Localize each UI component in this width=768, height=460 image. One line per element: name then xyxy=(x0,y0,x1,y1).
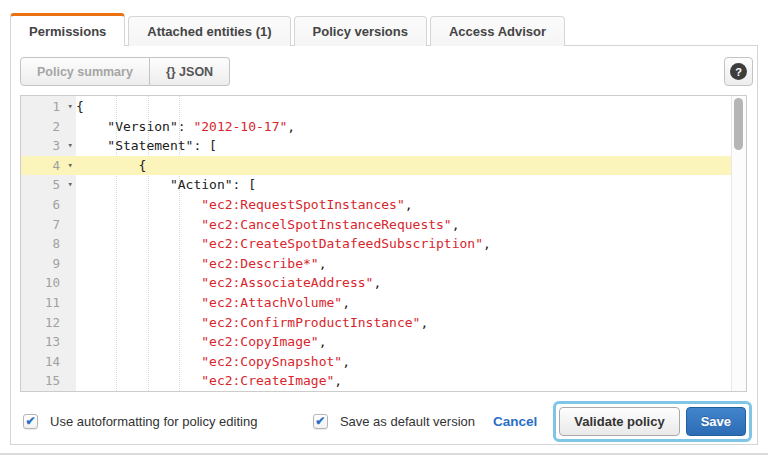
gutter-line-number: 15 xyxy=(21,371,76,391)
code-line: "ec2:RequestSpotInstances", xyxy=(76,195,731,215)
autoformat-checkbox[interactable]: ✔ xyxy=(23,414,38,429)
fold-toggle-icon[interactable]: ▾ xyxy=(68,175,73,195)
tab-label: Permissions xyxy=(29,24,106,39)
page-divider xyxy=(0,453,768,455)
cancel-link[interactable]: Cancel xyxy=(493,414,537,429)
editor-gutter: 1▾23▾4▾5▾6789101112131415 xyxy=(21,96,76,391)
question-mark-icon: ? xyxy=(730,63,747,80)
gutter-line-number: 8 xyxy=(21,234,76,254)
code-line: "Action": [ xyxy=(76,175,731,195)
code-line: "ec2:CopySnapshot", xyxy=(76,352,731,372)
gutter-line-number: 12 xyxy=(21,313,76,333)
tab-bar: Permissions Attached entities (1) Policy… xyxy=(10,13,565,46)
help-button[interactable]: ? xyxy=(724,57,753,86)
autoformat-label: Use autoformatting for policy editing xyxy=(50,414,257,429)
gutter-line-number: 11 xyxy=(21,293,76,313)
gutter-line-number: 5▾ xyxy=(21,175,76,195)
gutter-line-number: 10 xyxy=(21,273,76,293)
fold-toggle-icon[interactable]: ▾ xyxy=(68,156,73,176)
scrollbar-thumb[interactable] xyxy=(734,98,743,150)
code-line: { xyxy=(76,97,731,117)
gutter-line-number: 2 xyxy=(21,117,76,137)
gutter-line-number: 7 xyxy=(21,215,76,235)
save-button[interactable]: Save xyxy=(686,407,746,436)
tab-permissions[interactable]: Permissions xyxy=(10,13,125,46)
primary-actions-focus-ring: Validate policy Save xyxy=(553,401,752,442)
gutter-line-number: 13 xyxy=(21,332,76,352)
tab-policy-versions[interactable]: Policy versions xyxy=(294,16,427,46)
code-line: "ec2:CopyImage", xyxy=(76,332,731,352)
fold-toggle-icon[interactable]: ▾ xyxy=(68,136,73,156)
code-line: "ec2:ConfirmProductInstance", xyxy=(76,313,731,333)
permissions-panel: Policy summary {} JSON ? 1▾23▾4▾5▾678910… xyxy=(10,45,758,445)
tab-attached-entities[interactable]: Attached entities (1) xyxy=(128,16,290,46)
code-line: "ec2:CreateSpotDatafeedSubscription", xyxy=(76,234,731,254)
checkmark-icon: ✔ xyxy=(315,415,325,428)
gutter-line-number: 6 xyxy=(21,195,76,215)
editor-scrollbar[interactable] xyxy=(731,96,746,391)
fold-toggle-icon[interactable]: ▾ xyxy=(68,97,73,117)
code-line: "ec2:CreateImage", xyxy=(76,371,731,391)
code-line: "ec2:AttachVolume", xyxy=(76,293,731,313)
code-line: "Version": "2012-10-17", xyxy=(76,117,731,137)
gutter-line-number: 3▾ xyxy=(21,136,76,156)
validate-policy-button[interactable]: Validate policy xyxy=(559,407,679,436)
gutter-line-number: 4▾ xyxy=(21,156,76,176)
code-line: "ec2:Describe*", xyxy=(76,254,731,274)
gutter-line-number: 14 xyxy=(21,352,76,372)
policy-json-editor[interactable]: 1▾23▾4▾5▾6789101112131415 { "Version": "… xyxy=(20,95,747,392)
policy-summary-button[interactable]: Policy summary xyxy=(20,57,150,86)
json-view-button[interactable]: {} JSON xyxy=(150,57,230,86)
tab-label: Access Advisor xyxy=(449,24,546,39)
tab-label: Policy versions xyxy=(313,24,408,39)
view-toggle-group: Policy summary {} JSON xyxy=(20,57,230,86)
code-line: { xyxy=(76,156,731,176)
gutter-line-number: 1▾ xyxy=(21,97,76,117)
checkmark-icon: ✔ xyxy=(25,415,35,428)
default-version-checkbox[interactable]: ✔ xyxy=(313,414,328,429)
tab-label: Attached entities (1) xyxy=(147,24,271,39)
code-lines[interactable]: { "Version": "2012-10-17", "Statement": … xyxy=(76,96,731,391)
code-line: "Statement": [ xyxy=(76,136,731,156)
code-line: "ec2:CancelSpotInstanceRequests", xyxy=(76,215,731,235)
default-version-label: Save as default version xyxy=(340,414,475,429)
gutter-line-number: 9 xyxy=(21,254,76,274)
tab-access-advisor[interactable]: Access Advisor xyxy=(430,16,565,46)
code-line: "ec2:AssociateAddress", xyxy=(76,273,731,293)
footer-actions: ✔ Save as default version Cancel Validat… xyxy=(313,401,752,442)
editor-footer: ✔ Use autoformatting for policy editing … xyxy=(23,400,752,442)
